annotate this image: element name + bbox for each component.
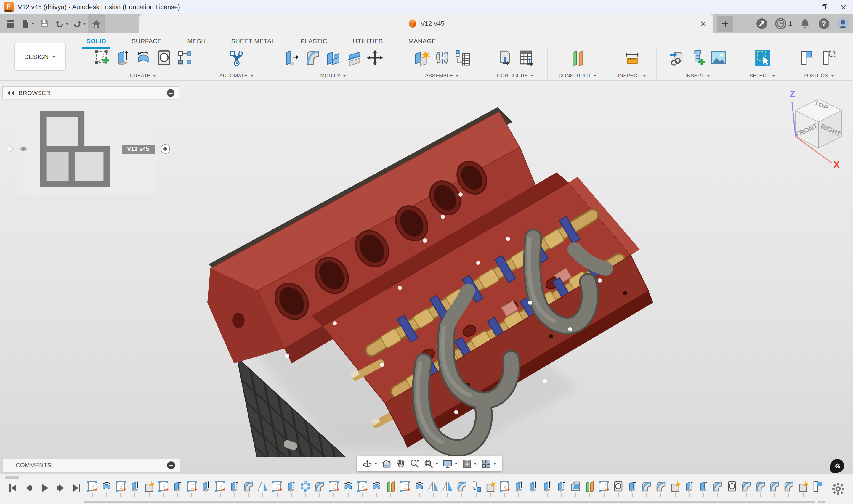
position-button[interactable] — [800, 49, 817, 66]
timeline-feature-fillet[interactable] — [641, 481, 653, 497]
fillet-big-button[interactable] — [304, 49, 321, 66]
canvas-img-button[interactable] — [710, 49, 727, 66]
browser-panel-header[interactable]: BROWSER – — [2, 87, 179, 100]
group-label-insert[interactable]: INSERT — [686, 73, 710, 79]
revolve-button[interactable] — [135, 49, 152, 66]
model-viewport[interactable]: BROWSER – V12 v45 TOP FRONT RIGHT Z — [0, 80, 853, 474]
move-button[interactable] — [367, 49, 384, 66]
combine-button[interactable] — [325, 49, 342, 66]
timeline-feature-mirror[interactable] — [257, 481, 269, 497]
measure-button[interactable] — [624, 49, 641, 66]
fastener-button[interactable] — [689, 49, 706, 66]
group-label-select[interactable]: SELECT — [750, 73, 776, 79]
timeline-feature-component[interactable] — [143, 481, 155, 497]
fit-button[interactable] — [424, 459, 439, 469]
home-view-button[interactable] — [88, 14, 105, 33]
add-comment-icon[interactable]: ＋ — [167, 461, 175, 469]
timeline-feature-extrude[interactable] — [285, 481, 297, 497]
engine-model[interactable] — [190, 89, 669, 456]
tab-mesh[interactable]: MESH — [187, 33, 206, 49]
timeline-feature-pattern[interactable] — [300, 481, 311, 497]
timeline-step-back-button[interactable] — [24, 483, 34, 493]
zoom-button[interactable] — [410, 459, 420, 469]
comments-bar[interactable]: COMMENTS ＋ — [3, 458, 180, 472]
timeline-feature-sketch[interactable] — [357, 481, 368, 497]
group-label-inspect[interactable]: INSPECT — [618, 73, 646, 79]
app-launcher-button[interactable] — [2, 14, 19, 33]
look-at-button[interactable] — [382, 459, 392, 469]
extrude-button[interactable] — [114, 49, 131, 66]
visibility-eye-icon[interactable] — [19, 145, 28, 153]
new-component-button[interactable] — [413, 49, 430, 66]
profile-button[interactable] — [837, 18, 849, 30]
timeline-feature-revolve[interactable] — [101, 481, 112, 497]
tab-sheet-metal[interactable]: SHEET METAL — [231, 33, 275, 49]
timeline-feature-sketch[interactable] — [186, 481, 198, 497]
timeline-feature-revolve[interactable] — [342, 481, 354, 497]
job-status-button[interactable]: 1 — [775, 18, 792, 30]
timeline-feature-extrude[interactable] — [683, 481, 695, 497]
minimize-button[interactable] — [796, 0, 815, 14]
assistant-bubble-icon[interactable] — [831, 459, 844, 473]
timeline-feature-fillet[interactable] — [314, 481, 325, 497]
display-settings-button[interactable] — [443, 459, 458, 469]
close-button[interactable] — [834, 0, 853, 14]
timeline-position-marker[interactable] — [812, 481, 823, 497]
timeline-track[interactable] — [84, 501, 815, 503]
timeline-feature-extrude[interactable] — [527, 481, 539, 497]
new-tab-button[interactable] — [717, 16, 733, 32]
tab-plastic[interactable]: PLASTIC — [301, 33, 327, 49]
document-tab[interactable]: V12 v45 — [139, 14, 713, 33]
activate-component-radio[interactable] — [161, 144, 170, 154]
timeline-feature-extrude[interactable] — [556, 481, 567, 497]
undo-button[interactable] — [53, 14, 71, 33]
timeline-play-button[interactable] — [40, 483, 50, 493]
timeline-feature-sketch[interactable] — [87, 481, 98, 497]
timeline-feature-extrude[interactable] — [541, 481, 553, 497]
capture-position-button[interactable] — [821, 49, 838, 66]
timeline-feature-extrude[interactable] — [229, 481, 240, 497]
timeline-skip-start-button[interactable] — [8, 483, 18, 493]
timeline-feature-revolve[interactable] — [371, 481, 383, 497]
timeline-feature-extrude[interactable] — [627, 481, 638, 497]
group-label-position[interactable]: POSITION — [803, 73, 834, 79]
browser-root-row[interactable]: V12 v45 — [8, 104, 170, 194]
orbit-button[interactable] — [362, 459, 378, 469]
extensions-button[interactable] — [756, 18, 768, 30]
timeline-feature-movecopy[interactable] — [470, 481, 482, 497]
timeline-feature-sketch[interactable] — [499, 481, 510, 497]
timeline-feature-extrude[interactable] — [172, 481, 183, 497]
joint-button[interactable] — [433, 49, 451, 66]
pattern-rect-button[interactable] — [176, 49, 193, 66]
viewports-button[interactable] — [481, 459, 496, 469]
hole-button[interactable] — [156, 49, 173, 66]
timeline-feature-sketch[interactable] — [158, 481, 169, 497]
timeline-feature-plane[interactable] — [385, 481, 396, 497]
tab-solid[interactable]: SOLID — [87, 33, 106, 49]
tab-manage[interactable]: MANAGE — [408, 33, 436, 49]
timeline-feature-sketch[interactable] — [328, 481, 340, 497]
timeline-feature-fillet[interactable] — [755, 481, 766, 497]
timeline-skip-end-button[interactable] — [72, 483, 82, 493]
timeline-feature-sketch[interactable] — [214, 481, 226, 497]
timeline-feature-fillet[interactable] — [655, 481, 667, 497]
create-sketch-button[interactable] — [93, 49, 110, 66]
timeline-feature-hole[interactable] — [726, 481, 738, 497]
timeline-feature-sketch[interactable] — [271, 481, 283, 497]
workspace-selector[interactable]: DESIGN — [14, 43, 66, 71]
construction-plane-button[interactable] — [569, 49, 586, 66]
configuration-button[interactable] — [496, 49, 514, 66]
component-name-label[interactable]: V12 v45 — [122, 144, 155, 154]
restore-button[interactable] — [815, 0, 834, 14]
pan-button[interactable] — [396, 459, 406, 469]
collapse-panel-icon[interactable] — [7, 90, 15, 96]
timeline-feature-revolve[interactable] — [413, 481, 425, 497]
bom-button[interactable] — [454, 49, 472, 66]
timeline-feature-sketch[interactable] — [598, 481, 610, 497]
automate-button[interactable] — [228, 49, 245, 66]
timeline-feature-plane[interactable] — [584, 481, 596, 497]
timeline-step-forward-button[interactable] — [56, 483, 66, 493]
tab-utilities[interactable]: UTILITIES — [353, 33, 383, 49]
timeline-feature-fillet[interactable] — [769, 481, 780, 497]
group-label-configure[interactable]: CONFIGURE — [497, 73, 534, 79]
